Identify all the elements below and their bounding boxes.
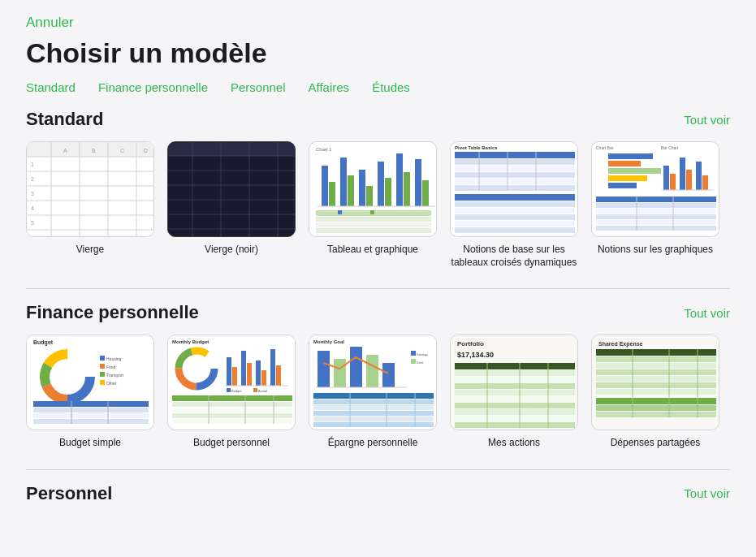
- svg-rect-133: [253, 388, 257, 392]
- template-depenses-partagees[interactable]: Shared Expense: [591, 335, 719, 450]
- template-budget-personnel[interactable]: Monthly Budget: [167, 335, 296, 450]
- svg-rect-169: [455, 377, 575, 382]
- svg-rect-184: [596, 363, 716, 369]
- svg-rect-80: [670, 174, 676, 190]
- section-standard: Standard Tout voir: [26, 109, 730, 269]
- template-notions-graphiques-thumb: Chart Bar Bar Chart: [591, 141, 719, 237]
- tab-standard[interactable]: Standard: [26, 79, 76, 96]
- svg-text:C: C: [120, 148, 124, 153]
- svg-rect-41: [378, 162, 384, 206]
- tab-etudes[interactable]: Études: [372, 79, 410, 96]
- svg-rect-77: [608, 183, 637, 188]
- svg-rect-65: [455, 194, 575, 201]
- svg-rect-46: [422, 180, 429, 206]
- svg-rect-167: [455, 363, 575, 369]
- template-vierge-label: Vierge: [76, 244, 104, 257]
- template-vierge-noir[interactable]: Vierge (noir): [167, 141, 296, 269]
- svg-rect-88: [596, 209, 716, 214]
- svg-rect-51: [316, 228, 431, 233]
- template-budget-simple-label: Budget simple: [59, 437, 121, 450]
- nav-tabs: Standard Finance personnelle Personnel A…: [26, 79, 730, 96]
- svg-rect-111: [33, 413, 149, 418]
- section-finance: Finance personnelle Tout voir Budget: [26, 302, 730, 450]
- svg-text:Shared Expense: Shared Expense: [598, 341, 643, 348]
- template-epargne[interactable]: Monthly Goal Savings: [309, 335, 437, 450]
- svg-rect-182: [596, 349, 716, 356]
- svg-text:Monthly Goal: Monthly Goal: [313, 339, 344, 344]
- svg-rect-103: [100, 364, 105, 369]
- template-budget-simple[interactable]: Budget Housing Food Transport: [26, 335, 154, 450]
- template-budget-simple-thumb: Budget Housing Food Transport: [26, 335, 154, 430]
- svg-text:Goal: Goal: [417, 361, 424, 365]
- svg-text:Savings: Savings: [417, 352, 428, 356]
- svg-rect-159: [313, 417, 434, 421]
- svg-rect-123: [232, 367, 237, 386]
- svg-rect-131: [227, 388, 231, 392]
- svg-text:Monthly Budget: Monthly Budget: [172, 339, 209, 344]
- template-epargne-thumb: Monthly Goal Savings: [309, 335, 437, 430]
- svg-rect-52: [338, 210, 342, 214]
- svg-rect-84: [702, 175, 708, 190]
- svg-rect-185: [596, 369, 716, 375]
- svg-rect-67: [455, 208, 575, 214]
- svg-rect-156: [313, 399, 434, 404]
- svg-rect-49: [316, 217, 431, 222]
- svg-rect-35: [322, 166, 328, 206]
- personnel-tout-voir[interactable]: Tout voir: [684, 486, 730, 500]
- svg-rect-175: [455, 416, 575, 421]
- annuler-button[interactable]: Annuler: [26, 15, 74, 31]
- svg-text:Chart Bar: Chart Bar: [596, 145, 614, 150]
- svg-rect-126: [256, 361, 261, 386]
- svg-rect-172: [455, 396, 575, 402]
- tab-finance[interactable]: Finance personnelle: [98, 79, 208, 96]
- finance-tout-voir[interactable]: Tout voir: [684, 306, 730, 320]
- svg-rect-190: [596, 405, 716, 411]
- svg-rect-89: [596, 214, 716, 219]
- svg-rect-168: [455, 370, 575, 376]
- svg-rect-57: [455, 159, 575, 165]
- template-mes-actions[interactable]: Portfolio $17,134.30: [450, 335, 578, 450]
- template-depenses-partagees-label: Dépenses partagées: [611, 437, 701, 450]
- template-notions-graphiques[interactable]: Chart Bar Bar Chart: [591, 141, 719, 269]
- svg-rect-36: [329, 182, 335, 206]
- svg-text:4: 4: [31, 205, 34, 211]
- template-tableau-graphique[interactable]: Chart 1: [309, 141, 437, 269]
- template-notions-croisees-thumb: Pivot Table Basics: [450, 141, 578, 237]
- svg-text:Bar Chart: Bar Chart: [661, 145, 679, 150]
- template-vierge[interactable]: 1 2 3 4 5 A B C D Vierge: [26, 141, 154, 269]
- divider-personnel: [26, 469, 730, 470]
- svg-rect-171: [455, 390, 575, 395]
- section-personnel-header: Personnel Tout voir: [26, 483, 730, 504]
- standard-templates-row: 1 2 3 4 5 A B C D Vierge: [26, 141, 730, 269]
- finance-templates-row: Budget Housing Food Transport: [26, 335, 730, 450]
- svg-text:Actual: Actual: [258, 389, 267, 393]
- svg-rect-124: [241, 351, 246, 386]
- template-vierge-noir-label: Vierge (noir): [205, 244, 258, 257]
- tab-personnel[interactable]: Personnel: [231, 79, 286, 96]
- svg-rect-56: [455, 152, 575, 158]
- svg-rect-105: [100, 372, 105, 377]
- svg-rect-109: [33, 401, 149, 407]
- svg-rect-60: [455, 179, 575, 184]
- svg-rect-155: [313, 393, 434, 399]
- svg-text:Portfolio: Portfolio: [457, 340, 484, 348]
- svg-rect-157: [313, 405, 434, 410]
- vierge-visual: 1 2 3 4 5 A B C D: [27, 142, 153, 236]
- tab-affaires[interactable]: Affaires: [309, 79, 350, 96]
- svg-rect-139: [172, 419, 292, 424]
- svg-rect-82: [686, 170, 692, 190]
- svg-rect-22: [168, 141, 295, 156]
- template-notions-croisees[interactable]: Pivot Table Basics: [450, 141, 578, 269]
- svg-rect-188: [596, 389, 716, 395]
- svg-rect-38: [348, 175, 354, 206]
- template-notions-croisees-label: Notions de base sur les tableaux croisés…: [450, 244, 578, 269]
- svg-text:Housing: Housing: [106, 356, 122, 361]
- svg-rect-1: [27, 142, 154, 157]
- svg-rect-44: [404, 172, 410, 206]
- svg-text:Pivot Table Basics: Pivot Table Basics: [455, 145, 498, 150]
- standard-tout-voir[interactable]: Tout voir: [684, 113, 730, 127]
- svg-rect-112: [33, 419, 149, 424]
- divider-finance: [26, 288, 730, 289]
- svg-text:Other: Other: [106, 381, 117, 386]
- section-standard-header: Standard Tout voir: [26, 109, 730, 130]
